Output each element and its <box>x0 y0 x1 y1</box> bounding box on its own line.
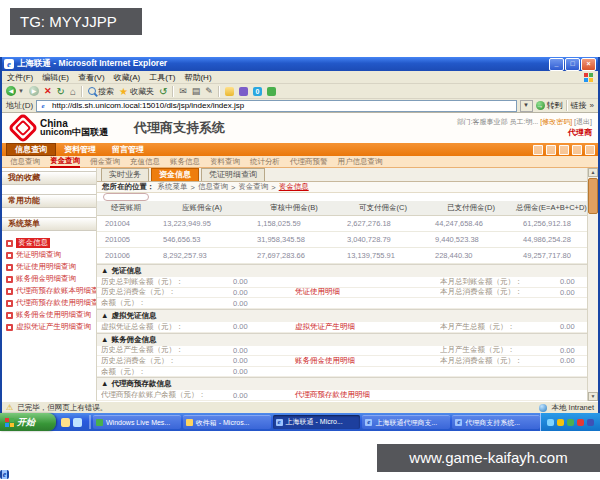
subnav-info-query[interactable]: 信息查询 <box>10 157 40 167</box>
start-button[interactable]: 开始 <box>0 413 56 431</box>
nav-tab-data-manage[interactable]: 资料管理 <box>56 143 104 156</box>
back-button[interactable]: ◀▼ <box>6 86 24 96</box>
nav-tool-icon-3[interactable] <box>559 145 569 155</box>
stop-button[interactable]: ✕ <box>44 86 52 96</box>
tray-icon[interactable] <box>577 419 584 426</box>
scroll-thumb[interactable] <box>588 178 598 214</box>
sidebar-item-deposit-ledger-detail[interactable]: 代理商预存款账本明细查询 <box>2 285 96 297</box>
close-button[interactable]: × <box>581 58 596 71</box>
sidebar-item-virtual-voucher-detail[interactable]: 虚拟凭证产生明细查询 <box>2 321 96 333</box>
sidebar-item-voucher-usage-detail[interactable]: 凭证使用明细查询 <box>2 261 96 273</box>
tray-icon[interactable] <box>557 419 564 426</box>
folder-icon[interactable] <box>225 87 234 96</box>
history-button[interactable]: ↺ <box>159 86 167 97</box>
menu-help[interactable]: 帮助(H) <box>184 72 211 83</box>
nav-tool-icon-2[interactable] <box>546 145 556 155</box>
nav-tool-icon-5[interactable] <box>585 145 595 155</box>
subnav-user-info-query[interactable]: 用户信息查询 <box>338 157 383 167</box>
field-label: 上月产生金额（元）： <box>440 346 560 356</box>
menu-file[interactable]: 文件(F) <box>7 72 33 83</box>
tab-realtime-business[interactable]: 实时业务 <box>101 168 149 181</box>
quicklaunch-desktop-icon[interactable] <box>73 418 82 427</box>
tray-icon[interactable] <box>547 419 554 426</box>
scroll-up-icon[interactable]: ▲ <box>588 168 598 177</box>
tray-icon[interactable] <box>567 419 574 426</box>
links-more-icon[interactable]: » <box>590 101 594 110</box>
menu-edit[interactable]: 编辑(E) <box>42 72 69 83</box>
refresh-button[interactable]: ↻ <box>57 86 65 97</box>
sidebar-item-deposit-usage-detail[interactable]: 代理商预存款使用明细查询 <box>2 297 96 309</box>
im-app-icon[interactable] <box>239 87 248 96</box>
field-label: 虚拟凭证总金额（元）： <box>101 322 233 332</box>
nav-tab-info-query[interactable]: 信息查询 <box>6 143 56 156</box>
content-scrollbar[interactable]: ▲ ▼ <box>587 168 598 401</box>
scroll-down-icon[interactable]: ▼ <box>588 392 598 401</box>
sidebar-item-fund-info[interactable]: 资金信息 <box>2 237 96 249</box>
search-button[interactable]: 搜索 <box>88 86 114 97</box>
collapsed-filter-control[interactable] <box>103 193 149 201</box>
maximize-button[interactable]: □ <box>565 58 580 71</box>
sidebar-item-commission-detail[interactable]: 账务佣金明细查询 <box>2 273 96 285</box>
quicklaunch-ie-icon[interactable]: e <box>0 470 9 479</box>
taskbtn-messenger[interactable]: Windows Live Mes... <box>93 415 181 429</box>
breadcrumb-system-menu[interactable]: 系统菜单 <box>158 182 188 192</box>
edit-button[interactable]: ✎ <box>205 86 213 96</box>
screen: TG: MYYJJPP e 上海联通 - Microsoft Internet … <box>0 0 600 480</box>
home-button[interactable]: ⌂ <box>70 86 76 97</box>
breadcrumb-fund-query[interactable]: 资金查询 <box>238 182 268 192</box>
address-bar: 地址(D) e http://dls.sh.unicom.local:15010… <box>2 99 598 113</box>
links-label[interactable]: 链接 <box>571 100 587 111</box>
deposit-usage-detail-link[interactable]: 代理商预存款使用明细 <box>295 390 440 400</box>
menu-favorites[interactable]: 收藏(A) <box>114 72 141 83</box>
tray-icon[interactable] <box>587 419 594 426</box>
taskbtn-inbox[interactable]: 收件箱 - Micros... <box>183 415 271 429</box>
sidebar-item-voucher-detail[interactable]: 凭证明细查询 <box>2 249 96 261</box>
back-dropdown-icon[interactable]: ▼ <box>18 88 24 94</box>
subnav-account-info[interactable]: 账务信息 <box>170 157 200 167</box>
content-tabs: 实时业务 资金信息 凭证明细查询 <box>97 168 587 182</box>
nav-tab-message-manage[interactable]: 留言管理 <box>104 143 152 156</box>
subnav-commission-query[interactable]: 佣金查询 <box>90 157 120 167</box>
section-voucher-info[interactable]: ▲ 凭证信息 <box>97 264 587 277</box>
go-button[interactable]: → 转到 <box>536 100 563 111</box>
menu-view[interactable]: 查看(V) <box>78 72 105 83</box>
change-password-link[interactable]: [修改密码] <box>540 118 572 125</box>
tab-voucher-detail-query[interactable]: 凭证明细查询 <box>201 168 265 181</box>
sidebar-section-common[interactable]: 常用功能 <box>2 194 96 208</box>
logout-link[interactable]: [退出] <box>574 118 592 125</box>
voucher-usage-detail-link[interactable]: 凭证使用明细 <box>295 288 440 298</box>
subnav-data-query[interactable]: 资料查询 <box>210 157 240 167</box>
messenger-icon[interactable] <box>267 87 276 96</box>
subnav-recharge-info[interactable]: 充值信息 <box>130 157 160 167</box>
mail-button[interactable]: ✉ <box>179 86 187 96</box>
skype-icon[interactable]: 0 <box>253 87 262 96</box>
quicklaunch-mail-icon[interactable] <box>61 418 70 427</box>
virtual-voucher-detail-link[interactable]: 虚拟凭证产生明细 <box>295 322 440 332</box>
sidebar-section-favorites[interactable]: 我的收藏 <box>2 171 96 185</box>
favorites-button[interactable]: ★收藏夹 <box>119 86 154 97</box>
commission-usage-detail-link[interactable]: 账务佣金使用明细 <box>295 356 440 366</box>
subnav-stat-analysis[interactable]: 统计分析 <box>250 157 280 167</box>
menu-tools[interactable]: 工具(T) <box>149 72 175 83</box>
forward-button[interactable]: ▶ <box>29 86 39 96</box>
tab-fund-info[interactable]: 资金信息 <box>151 168 199 181</box>
taskbtn-agent-portal[interactable]: e上海联通代理商支... <box>362 415 450 429</box>
sidebar-item-commission-usage-detail[interactable]: 账务佣金使用明细查询 <box>2 309 96 321</box>
nav-tool-icon-4[interactable] <box>572 145 582 155</box>
breadcrumb-fund-info[interactable]: 资金信息 <box>279 182 309 192</box>
address-dropdown-icon[interactable]: ▼ <box>520 100 533 112</box>
nav-tool-icon-1[interactable] <box>533 145 543 155</box>
sidebar-section-system-menu[interactable]: 系统菜单 <box>2 217 96 231</box>
taskbtn-agent-system[interactable]: e代理商支持系统... <box>452 415 540 429</box>
subnav-fund-query[interactable]: 资金查询 <box>50 156 80 168</box>
print-button[interactable]: ▤ <box>192 86 201 96</box>
address-input[interactable]: e http://dls.sh.unicom.local:15010/dls/j… <box>36 100 516 112</box>
field-value: 0.00 <box>560 346 575 355</box>
minimize-button[interactable]: _ <box>549 58 564 71</box>
section-commission-info[interactable]: ▲ 账务佣金信息 <box>97 333 587 346</box>
subnav-agent-warning[interactable]: 代理商预警 <box>290 157 328 167</box>
section-agent-deposit-info[interactable]: ▲ 代理商预存款信息 <box>97 377 587 390</box>
breadcrumb-info-query[interactable]: 信息查询 <box>198 182 228 192</box>
taskbtn-shanghai-unicom[interactable]: e上海联通 - Micro... <box>273 415 361 429</box>
section-virtual-voucher-info[interactable]: ▲ 虚拟凭证信息 <box>97 309 587 322</box>
